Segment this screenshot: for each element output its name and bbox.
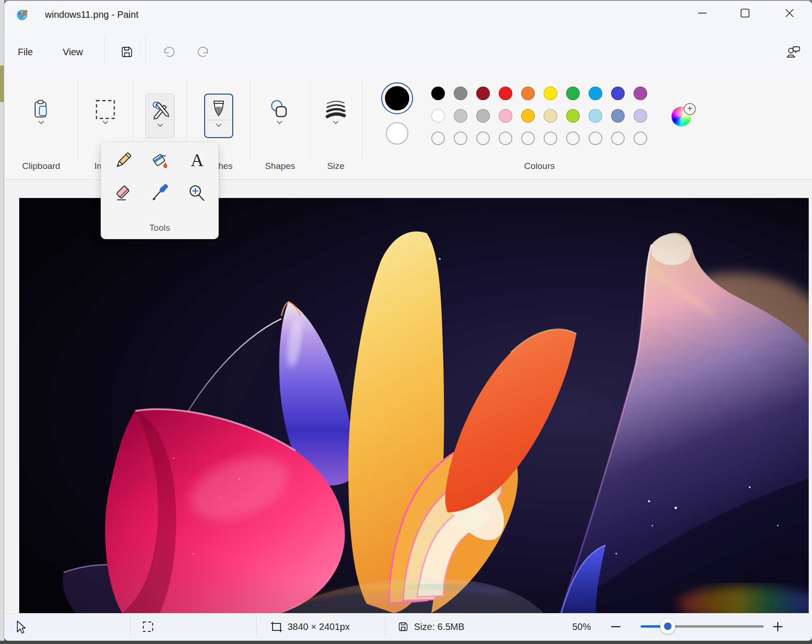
chevron-down-icon	[215, 123, 222, 127]
clipboard-button[interactable]	[26, 88, 56, 135]
zoom-slider-thumb[interactable]	[660, 619, 675, 634]
palette-swatch-0-5[interactable]	[544, 87, 557, 100]
palette-empty-slot-2-3[interactable]	[499, 132, 512, 145]
fill-icon	[150, 150, 170, 171]
shapes-button[interactable]	[265, 88, 295, 135]
palette-swatch-1-7[interactable]	[589, 109, 602, 123]
group-separator	[250, 80, 250, 160]
undo-icon	[162, 45, 176, 59]
palette-empty-slot-2-7[interactable]	[589, 132, 602, 145]
palette-swatch-1-4[interactable]	[521, 109, 535, 123]
redo-icon	[196, 45, 210, 59]
maximize-button[interactable]	[734, 3, 756, 23]
feedback-icon	[785, 44, 801, 60]
group-separator	[77, 80, 78, 160]
plus-icon: +	[684, 103, 696, 115]
zoom-out-button[interactable]	[611, 616, 621, 637]
palette-empty-slot-2-6[interactable]	[566, 132, 580, 145]
palette-swatch-0-3[interactable]	[499, 87, 512, 100]
magnifier-icon	[187, 183, 207, 204]
chevron-down-icon	[332, 120, 339, 124]
magnifier-tool-button[interactable]	[178, 180, 215, 207]
save-button[interactable]	[114, 39, 140, 65]
paint-app-icon	[16, 8, 29, 22]
close-button[interactable]	[779, 3, 800, 23]
chevron-down-icon	[157, 123, 163, 127]
selection-size-indicator	[141, 616, 155, 637]
maximize-icon	[740, 8, 750, 18]
palette-swatch-0-9[interactable]	[634, 87, 647, 100]
palette-swatch-0-8[interactable]	[611, 87, 625, 100]
canvas[interactable]	[19, 198, 809, 613]
file-menu[interactable]: File	[11, 40, 39, 64]
zoom-level-text: 50%	[572, 616, 591, 637]
palette-swatch-1-2[interactable]	[476, 109, 490, 123]
fill-tool-button[interactable]	[142, 147, 179, 174]
palette-empty-slot-2-8[interactable]	[611, 132, 625, 145]
menu-separator	[104, 36, 104, 66]
brushes-button[interactable]	[204, 94, 233, 138]
view-menu[interactable]: View	[56, 40, 89, 64]
minimize-icon	[698, 8, 707, 18]
stroke-size-icon	[325, 99, 347, 120]
palette-empty-slot-2-0[interactable]	[431, 132, 445, 145]
file-size-text: Size: 6.5MB	[414, 622, 465, 632]
palette-swatch-0-4[interactable]	[521, 87, 535, 100]
text-tool-button[interactable]: A	[178, 147, 215, 174]
zoom-in-button[interactable]	[773, 616, 783, 637]
palette-swatch-0-6[interactable]	[566, 87, 580, 100]
window-bottom-edge	[0, 641, 812, 644]
text-icon: A	[187, 150, 207, 171]
colours-group-label: Colours	[516, 161, 563, 172]
canvas-size-indicator: 3840 × 2401px	[270, 616, 350, 637]
palette-swatch-1-6[interactable]	[566, 109, 580, 123]
colour-palette	[431, 87, 647, 145]
minimize-button[interactable]	[692, 3, 713, 23]
menu-separator	[145, 36, 146, 66]
palette-swatch-1-0[interactable]	[431, 109, 445, 123]
image-selection-button[interactable]	[90, 88, 120, 135]
tools-popup: A	[101, 142, 219, 239]
zoom-slider[interactable]	[641, 625, 764, 628]
shapes-group-label: Shapes	[257, 161, 303, 172]
palette-swatch-1-9[interactable]	[634, 109, 647, 123]
window-title: windows11.png - Paint	[45, 9, 139, 20]
colour-picker-icon	[150, 183, 170, 204]
plus-icon	[773, 622, 783, 632]
colour-picker-tool-button[interactable]	[142, 180, 179, 207]
palette-swatch-0-2[interactable]	[476, 87, 490, 100]
palette-swatch-0-1[interactable]	[454, 87, 467, 100]
group-separator	[310, 80, 310, 160]
palette-swatch-1-5[interactable]	[544, 109, 557, 123]
palette-swatch-0-0[interactable]	[431, 87, 445, 100]
feedback-button[interactable]	[780, 39, 805, 65]
redo-button[interactable]	[191, 39, 216, 65]
save-icon	[120, 45, 133, 59]
status-separator	[385, 618, 385, 636]
undo-button[interactable]	[156, 39, 182, 65]
tools-button[interactable]	[145, 94, 175, 138]
paint-window: windows11.png - Paint File View	[0, 0, 812, 644]
colour1-swatch[interactable]	[385, 86, 409, 110]
palette-empty-slot-2-4[interactable]	[521, 132, 535, 145]
file-size-indicator: Size: 6.5MB	[397, 616, 465, 637]
clipboard-icon	[30, 99, 52, 120]
palette-empty-slot-2-5[interactable]	[544, 132, 557, 145]
palette-swatch-0-7[interactable]	[589, 87, 602, 100]
clipboard-group-label: Clipboard	[18, 161, 65, 172]
palette-empty-slot-2-9[interactable]	[634, 132, 647, 145]
status-separator	[256, 618, 257, 636]
pencil-tool-button[interactable]	[105, 147, 142, 174]
eraser-tool-button[interactable]	[105, 180, 142, 207]
palette-swatch-1-1[interactable]	[454, 109, 467, 123]
palette-empty-slot-2-1[interactable]	[454, 132, 467, 145]
palette-swatch-1-3[interactable]	[499, 109, 512, 123]
palette-swatch-1-8[interactable]	[611, 109, 625, 123]
canvas-size-icon	[270, 620, 283, 633]
colour2-swatch[interactable]	[386, 122, 408, 145]
edit-colours-button[interactable]: +	[672, 106, 692, 126]
size-button[interactable]	[321, 88, 351, 135]
canvas-size-text: 3840 × 2401px	[288, 622, 350, 632]
svg-text:A: A	[191, 150, 204, 170]
palette-empty-slot-2-2[interactable]	[476, 132, 490, 145]
